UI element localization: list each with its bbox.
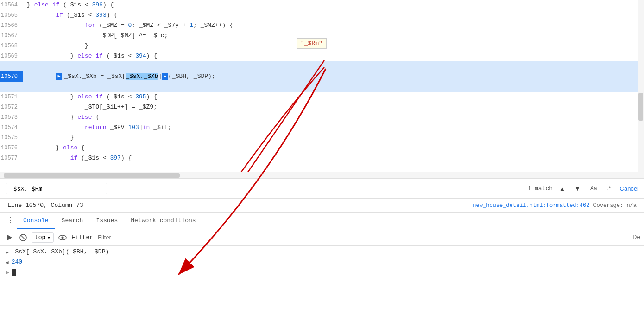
tab-console[interactable]: Console [17,213,55,229]
code-lines: 10564 } else if (_$1s < 396) { 10565 if … [0,0,644,163]
code-line-10570: 10570 ▶_$sX._$Xb = _$sX[_$sX._$Xb]▶(_$BH… [0,61,644,92]
console-result-arrow[interactable]: ◀ [6,258,9,265]
play-icon [6,234,13,241]
console-command-line: ▶ _$sX[_$sX._$Xb](_$BH, _$DP) [4,248,640,258]
vertical-scrollbar-thumb[interactable] [638,93,643,121]
search-case-sensitive-button[interactable]: Aa [587,184,600,193]
code-line-10572: 10572 _$TO[_$iL++] = _$Z9; [0,102,644,112]
console-prompt-line[interactable]: ▶ [4,268,640,278]
console-result-line: ◀ 240 [4,258,640,268]
console-output: ▶ _$sX[_$sX._$Xb](_$BH, _$DP) ◀ 240 ▶ [0,246,644,316]
search-cancel-button[interactable]: Cancel [620,185,638,192]
search-next-button[interactable]: ▼ [572,184,583,193]
tooltip-popup: "_$Rm" [297,38,327,49]
svg-marker-2 [7,235,12,240]
code-line-10576: 10576 } else { [0,143,644,153]
code-line-10574: 10574 return _$PV[103]in _$iL; [0,123,644,133]
console-execute-button[interactable] [4,232,15,243]
dropdown-arrow-icon: ▾ [47,234,51,241]
console-cursor[interactable] [12,269,16,276]
filter-input[interactable] [96,233,630,242]
console-eye-button[interactable] [57,232,69,243]
search-input[interactable] [6,183,107,194]
coverage-info: Coverage: n/a [593,202,637,209]
code-line-10573: 10573 } else { [0,112,644,123]
block-icon [19,234,27,241]
console-command-text: _$sX[_$sX._$Xb](_$BH, _$DP) [12,248,109,255]
cursor-position: Line 10570, Column 73 [7,202,83,209]
devtools-menu-icon[interactable]: ⋮ [4,212,17,229]
svg-line-4 [21,235,25,240]
top-label: top [35,234,45,241]
status-bar: Line 10570, Column 73 new_house_detail.h… [0,199,644,213]
search-prev-button[interactable]: ▲ [556,184,568,193]
eye-icon [58,234,67,241]
tab-issues[interactable]: Issues [89,213,124,229]
top-dropdown[interactable]: top ▾ [32,232,54,243]
filter-label: Filter [71,234,93,241]
code-line-10566: 10566 for (_$MZ = 0; _$MZ < _$7y + 1; _$… [0,20,644,31]
file-link[interactable]: new_house_detail.html:formatted:462 [473,202,589,209]
console-expand-arrow[interactable]: ▶ [6,248,9,255]
code-line-10571: 10571 } else if (_$1s < 395) { [0,92,644,102]
code-line-10569: 10569 } else if (_$1s < 394) { [0,51,644,61]
search-regex-button[interactable]: .* [604,184,614,193]
code-line-10564: 10564 } else if (_$1s < 396) { [0,0,644,10]
code-line-10577: 10577 if (_$1s < 397) { [0,153,644,163]
console-block-button[interactable] [18,232,29,243]
horizontal-scrollbar[interactable] [0,172,644,178]
tooltip-text: "_$Rm" [301,40,322,47]
search-match-count: 1 match [527,185,553,192]
tab-search[interactable]: Search [55,213,90,229]
code-line-10575: 10575 } [0,133,644,143]
default-levels-label: De [633,234,640,241]
code-line-10565: 10565 if (_$1s < 393) { [0,10,644,20]
console-prompt-symbol: ▶ [6,269,9,276]
console-toolbar: top ▾ Filter De [0,229,644,246]
console-result-value: 240 [12,258,22,265]
horizontal-scrollbar-thumb[interactable] [4,173,180,178]
svg-point-6 [62,236,64,239]
tab-network-conditions[interactable]: Network conditions [124,213,202,229]
vertical-scrollbar-track[interactable] [638,0,644,172]
code-editor: 10564 } else if (_$1s < 396) { 10565 if … [0,0,644,172]
devtools-tabs: ⋮ Console Search Issues Network conditio… [0,213,644,229]
search-bar: 1 match ▲ ▼ Aa .* Cancel [0,178,644,199]
